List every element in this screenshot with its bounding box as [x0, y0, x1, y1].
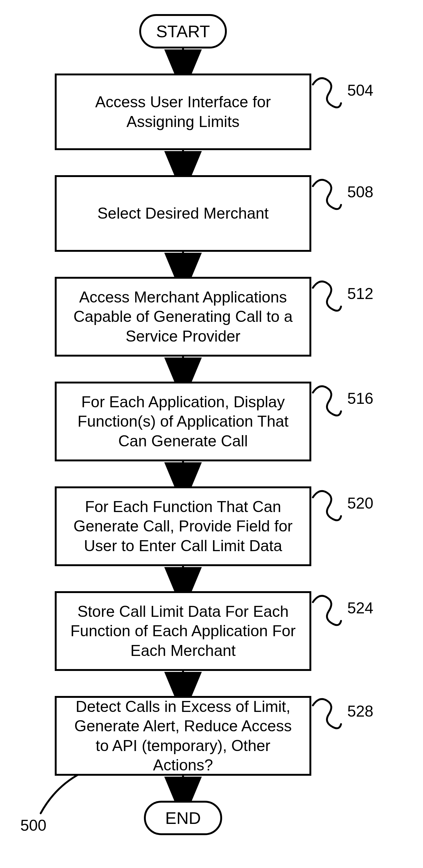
process-516-text: For Each Application, Display Function(s…: [69, 392, 297, 451]
process-512: Access Merchant Applications Capable of …: [55, 277, 311, 356]
figure-ref: 500: [20, 816, 46, 835]
process-508: Select Desired Merchant: [55, 175, 311, 252]
process-512-text: Access Merchant Applications Capable of …: [69, 287, 297, 346]
process-524-text: Store Call Limit Data For Each Function …: [69, 602, 297, 661]
ref-528: 528: [347, 702, 373, 720]
process-524: Store Call Limit Data For Each Function …: [55, 591, 311, 671]
ref-508: 508: [347, 183, 373, 201]
process-504-text: Access User Interface for Assigning Limi…: [69, 92, 297, 131]
process-508-text: Select Desired Merchant: [97, 204, 268, 223]
flowchart-canvas: START Access User Interface for Assignin…: [0, 0, 423, 868]
process-516: For Each Application, Display Function(s…: [55, 382, 311, 461]
ref-512: 512: [347, 285, 373, 303]
process-504: Access User Interface for Assigning Limi…: [55, 73, 311, 150]
process-528-text: Detect Calls in Excess of Limit, Generat…: [69, 697, 297, 775]
ref-520: 520: [347, 494, 373, 513]
terminator-start: START: [139, 14, 227, 49]
terminator-start-label: START: [156, 22, 210, 41]
terminator-end: END: [144, 801, 222, 835]
process-528: Detect Calls in Excess of Limit, Generat…: [55, 696, 311, 776]
ref-516: 516: [347, 390, 373, 408]
process-520: For Each Function That Can Generate Call…: [55, 486, 311, 566]
ref-524: 524: [347, 599, 373, 617]
process-520-text: For Each Function That Can Generate Call…: [69, 497, 297, 556]
terminator-end-label: END: [165, 808, 201, 828]
ref-504: 504: [347, 81, 373, 99]
